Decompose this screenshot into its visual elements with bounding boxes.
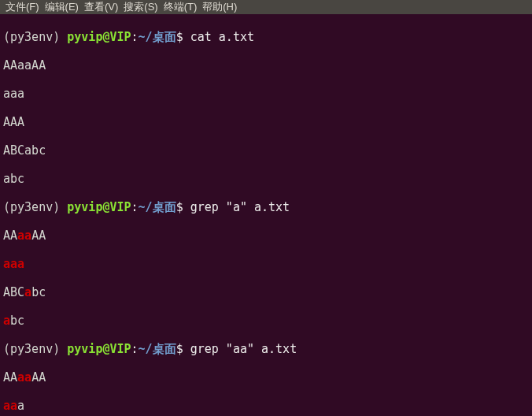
plain: a <box>17 399 24 413</box>
colon: : <box>131 342 139 356</box>
menu-file[interactable]: 文件(F) <box>3 0 42 14</box>
user-host: pyvip@VIP <box>67 30 131 44</box>
grep-match: aa <box>17 228 31 243</box>
command-text: grep "aa" a.txt <box>190 342 297 356</box>
prompt-line: (py3env) pyvip@VIP:~/桌面$ grep "aa" a.txt <box>3 342 529 356</box>
user-host: pyvip@VIP <box>67 342 131 356</box>
grep-match: aaa <box>3 257 24 271</box>
command-text: grep "a" a.txt <box>190 200 290 214</box>
cwd: ~/桌面 <box>139 342 176 356</box>
output-line: ABCabc <box>3 143 529 158</box>
plain: AA <box>31 228 46 243</box>
dollar: $ <box>176 342 190 356</box>
output-line: AAaaAA <box>3 370 529 384</box>
plain: ABC <box>3 285 24 299</box>
output-line: aaa <box>3 399 529 413</box>
prompt-line: (py3env) pyvip@VIP:~/桌面$ grep "a" a.txt <box>3 200 529 214</box>
grep-match: a <box>3 314 10 328</box>
cwd: ~/桌面 <box>139 30 176 44</box>
plain: bc <box>10 314 24 328</box>
output-line: aaa <box>3 87 529 101</box>
menu-help[interactable]: 帮助(H) <box>200 0 239 14</box>
output-line: aaa <box>3 257 529 271</box>
grep-match: aa <box>3 399 17 413</box>
dollar: $ <box>176 30 190 44</box>
grep-match: aa <box>17 370 31 384</box>
colon: : <box>131 30 139 44</box>
dollar: $ <box>176 200 190 214</box>
plain: AA <box>3 370 17 384</box>
plain: AA <box>3 228 17 243</box>
cwd: ~/桌面 <box>139 200 176 214</box>
terminal-output[interactable]: (py3env) pyvip@VIP:~/桌面$ cat a.txt AAaaA… <box>0 14 532 416</box>
menu-edit[interactable]: 编辑(E) <box>42 0 81 14</box>
colon: : <box>131 200 139 214</box>
menubar: 文件(F) 编辑(E) 查看(V) 搜索(S) 终端(T) 帮助(H) <box>0 0 532 14</box>
user-host: pyvip@VIP <box>67 200 131 214</box>
grep-match: a <box>24 285 31 299</box>
output-line: abc <box>3 172 529 186</box>
env-label: (py3env) <box>3 30 67 44</box>
output-line: ABCabc <box>3 285 529 299</box>
command-text: cat a.txt <box>190 30 254 44</box>
menu-search[interactable]: 搜索(S) <box>121 0 160 14</box>
plain: bc <box>31 285 46 299</box>
menu-terminal[interactable]: 终端(T) <box>161 0 200 14</box>
prompt-line: (py3env) pyvip@VIP:~/桌面$ cat a.txt <box>3 30 529 44</box>
output-line: AAaaAA <box>3 58 529 72</box>
env-label: (py3env) <box>3 342 67 356</box>
output-line: abc <box>3 314 529 328</box>
plain: AA <box>31 370 46 384</box>
output-line: AAA <box>3 115 529 129</box>
output-line: AAaaAA <box>3 228 529 243</box>
menu-view[interactable]: 查看(V) <box>82 0 120 14</box>
env-label: (py3env) <box>3 200 67 214</box>
